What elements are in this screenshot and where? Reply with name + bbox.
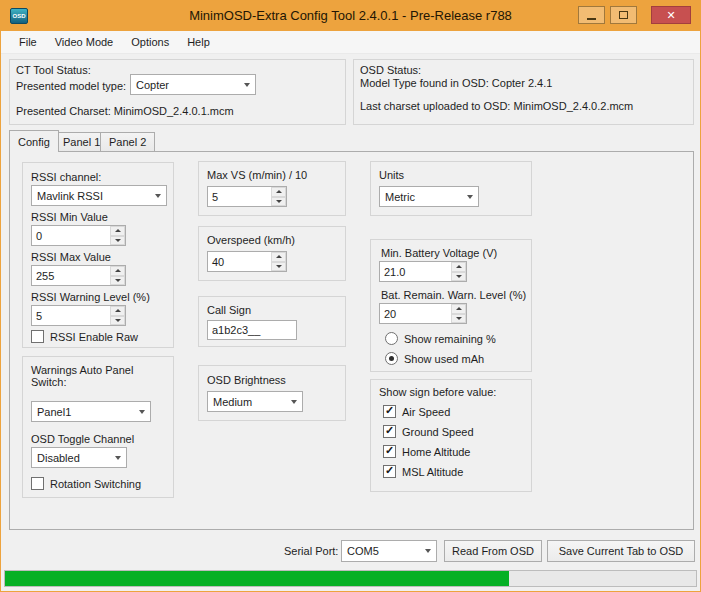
max-vs-stepper[interactable]: 5 [207, 186, 287, 207]
show-remaining-radio[interactable]: Show remaining % [385, 332, 496, 345]
chevron-down-icon [238, 75, 255, 94]
osd-status-title: OSD Status: [360, 64, 421, 76]
check-icon: ✓ [385, 444, 394, 457]
app-window: OSD MinimOSD-Extra Config Tool 2.4.0.1 -… [0, 0, 701, 592]
call-sign-input[interactable] [207, 320, 297, 340]
minimize-button[interactable] [578, 6, 605, 24]
show-used-radio[interactable]: Show used mAh [385, 352, 484, 365]
spin-up-icon[interactable] [110, 306, 125, 316]
osd-brightness-group: OSD Brightness Medium [198, 365, 346, 421]
checkbox-checked-icon: ✓ [383, 465, 396, 478]
show-remaining-label: Show remaining % [404, 333, 496, 345]
rssi-group: RSSI channel: Mavlink RSSI RSSI Min Valu… [22, 162, 174, 348]
osd-status-group: OSD Status: Model Type found in OSD: Cop… [353, 59, 694, 125]
rssi-channel-select[interactable]: Mavlink RSSI [31, 185, 167, 206]
spin-down-icon[interactable] [451, 272, 466, 282]
home-altitude-checkbox[interactable]: ✓ Home Altitude [383, 445, 470, 458]
radio-icon [385, 332, 398, 345]
min-battery-voltage-value: 21.0 [380, 262, 451, 281]
rssi-max-stepper[interactable]: 255 [31, 265, 126, 286]
warnings-auto-panel-select[interactable]: Panel1 [31, 401, 151, 422]
progress-fill [5, 571, 509, 586]
min-battery-voltage-stepper[interactable]: 21.0 [379, 261, 467, 282]
read-from-osd-button[interactable]: Read From OSD [444, 540, 542, 562]
spin-up-icon[interactable] [110, 226, 125, 236]
spin-up-icon[interactable] [271, 187, 286, 197]
tab-config[interactable]: Config [9, 130, 59, 152]
spin-down-icon[interactable] [110, 236, 125, 246]
menu-item-help[interactable]: Help [178, 31, 219, 53]
menubar: File Video Mode Options Help [1, 31, 700, 54]
osd-toggle-channel-value: Disabled [32, 448, 109, 467]
checkbox-icon [31, 477, 44, 490]
rssi-warning-stepper[interactable]: 5 [31, 305, 126, 326]
osd-brightness-label: OSD Brightness [207, 374, 286, 386]
msl-altitude-checkbox[interactable]: ✓ MSL Altitude [383, 465, 463, 478]
warnings-auto-panel-label: Warnings Auto Panel Switch: [31, 364, 163, 388]
chevron-down-icon [133, 402, 150, 421]
presented-model-type-value: Copter [131, 75, 238, 94]
max-vs-group: Max VS (m/min) / 10 5 [198, 161, 346, 216]
spin-down-icon[interactable] [271, 197, 286, 207]
bat-remain-warn-stepper[interactable]: 20 [379, 303, 467, 324]
serial-port-label: Serial Port: [284, 545, 338, 557]
menu-item-file[interactable]: File [10, 31, 46, 53]
osd-charset-text: Last charset uploaded to OSD: MinimOSD_2… [360, 100, 633, 112]
spin-down-icon[interactable] [110, 316, 125, 326]
maximize-button[interactable] [610, 6, 637, 24]
tab-panel-1-label: Panel 1 [63, 136, 100, 148]
msl-altitude-label: MSL Altitude [402, 466, 463, 478]
menu-item-video-mode[interactable]: Video Mode [46, 31, 123, 53]
overspeed-stepper[interactable]: 40 [207, 251, 287, 272]
save-tab-label: Save Current Tab to OSD [559, 545, 684, 557]
osd-model-type-text: Model Type found in OSD: Copter 2.4.1 [360, 77, 552, 89]
save-tab-button[interactable]: Save Current Tab to OSD [547, 540, 695, 562]
osd-toggle-channel-label: OSD Toggle Channel [31, 433, 134, 445]
menu-item-options[interactable]: Options [122, 31, 178, 53]
spin-up-icon[interactable] [110, 266, 125, 276]
spin-up-icon[interactable] [271, 252, 286, 262]
rssi-enable-raw-checkbox[interactable]: RSSI Enable Raw [31, 330, 138, 343]
spin-down-icon[interactable] [451, 314, 466, 324]
call-sign-label: Call Sign [207, 304, 251, 316]
presented-model-type-select[interactable]: Copter [130, 74, 256, 95]
close-button[interactable]: ✕ [651, 6, 691, 24]
presented-charset-label: Presented Charset: MinimOSD_2.4.0.1.mcm [16, 105, 234, 117]
battery-group: Min. Battery Voltage (V) 21.0 Bat. Remai… [370, 239, 532, 372]
chevron-down-icon [419, 541, 436, 561]
air-speed-checkbox[interactable]: ✓ Air Speed [383, 405, 450, 418]
osd-toggle-channel-select[interactable]: Disabled [31, 447, 127, 468]
tab-config-label: Config [18, 136, 50, 148]
spin-down-icon[interactable] [271, 262, 286, 272]
spin-down-icon[interactable] [110, 276, 125, 286]
checkbox-checked-icon: ✓ [383, 425, 396, 438]
rotation-switching-checkbox[interactable]: Rotation Switching [31, 477, 141, 490]
units-select[interactable]: Metric [379, 186, 479, 207]
maximize-icon [619, 11, 628, 19]
serial-port-select[interactable]: COM5 [341, 540, 437, 562]
units-value: Metric [380, 187, 461, 206]
read-from-osd-label: Read From OSD [452, 545, 534, 557]
chevron-down-icon [149, 186, 166, 205]
spin-up-icon[interactable] [451, 262, 466, 272]
call-sign-group: Call Sign [198, 296, 346, 347]
osd-brightness-value: Medium [208, 392, 285, 411]
chevron-down-icon [461, 187, 478, 206]
osd-brightness-select[interactable]: Medium [207, 391, 303, 412]
checkbox-icon [31, 330, 44, 343]
home-altitude-label: Home Altitude [402, 446, 470, 458]
warnings-auto-panel-value: Panel1 [32, 402, 133, 421]
ground-speed-checkbox[interactable]: ✓ Ground Speed [383, 425, 474, 438]
rssi-min-stepper[interactable]: 0 [31, 225, 126, 246]
tab-panel-2[interactable]: Panel 2 [100, 132, 155, 151]
max-vs-value: 5 [208, 187, 271, 206]
bat-remain-warn-value: 20 [380, 304, 451, 323]
show-sign-title: Show sign before value: [379, 386, 496, 398]
rssi-enable-raw-label: RSSI Enable Raw [50, 331, 138, 343]
presented-model-type-label: Presented model type: [16, 80, 126, 92]
minimize-icon [587, 18, 596, 20]
titlebar[interactable]: OSD MinimOSD-Extra Config Tool 2.4.0.1 -… [1, 1, 700, 31]
spin-up-icon[interactable] [451, 304, 466, 314]
ground-speed-label: Ground Speed [402, 426, 474, 438]
show-used-label: Show used mAh [404, 353, 484, 365]
